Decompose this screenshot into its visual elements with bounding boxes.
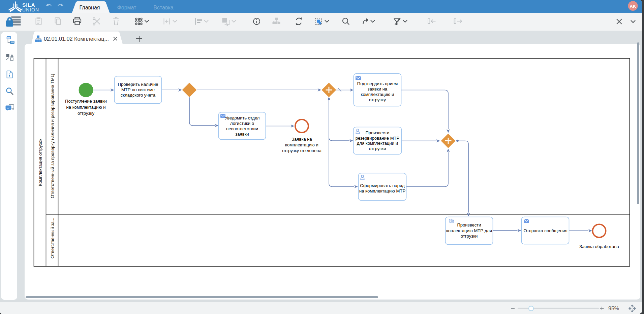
svg-text:AK: AK [630, 4, 636, 9]
svg-text:Комплектация отгрузок: Комплектация отгрузок [38, 139, 43, 186]
svg-text:заявки на: заявки на [368, 86, 388, 92]
svg-text:Уведомить отдел: Уведомить отдел [225, 115, 260, 120]
svg-text:на комплектацию и: на комплектацию и [66, 105, 106, 110]
svg-text:Заявка обработана: Заявка обработана [579, 244, 619, 249]
svg-text:для комплектации и: для комплектации и [357, 141, 398, 146]
svg-text:95%: 95% [608, 306, 619, 311]
svg-text:Ответственный за проверку нали: Ответственный за проверку наличия и резе… [50, 74, 55, 198]
svg-text:комплектацию и: комплектацию и [361, 92, 394, 97]
svg-text:несоответствии: несоответствии [226, 126, 258, 131]
svg-text:МТР по системе: МТР по системе [121, 87, 155, 92]
svg-text:Заявка на: Заявка на [292, 137, 312, 142]
svg-text:UNION: UNION [22, 7, 39, 12]
svg-text:Подтвердить прием: Подтвердить прием [357, 81, 398, 86]
svg-text:комплектацию и: комплектацию и [285, 142, 318, 147]
svg-text:Сформировать наряд: Сформировать наряд [360, 183, 405, 188]
svg-text:отгрузку: отгрузку [78, 111, 94, 116]
svg-text:Поступление заявки: Поступление заявки [65, 99, 107, 104]
svg-text:Проверить наличие: Проверить наличие [118, 82, 158, 87]
svg-text:Ответственный за...: Ответственный за... [50, 218, 55, 258]
svg-text:логистики о: логистики о [230, 121, 254, 126]
svg-text:отгрузку отклонена: отгрузку отклонена [282, 148, 321, 153]
svg-text:Формат: Формат [117, 5, 137, 10]
svg-text:02.01.01.02 Комплектац...: 02.01.01.02 Комплектац... [44, 36, 109, 42]
svg-text:Вставка: Вставка [153, 5, 174, 10]
svg-text:заявки: заявки [235, 132, 249, 137]
svg-text:Произвести: Произвести [365, 130, 389, 135]
svg-text:Отправка сообщения: Отправка сообщения [523, 228, 567, 233]
svg-text:отгрузки: отгрузки [369, 146, 386, 151]
svg-text:коплектацию МТР для: коплектацию МТР для [446, 228, 492, 233]
svg-text:Произвести: Произвести [457, 222, 481, 228]
svg-text:складского учета: складского учета [121, 93, 156, 98]
svg-text:резервирование МТР: резервирование МТР [356, 136, 400, 141]
svg-text:отгрузки: отгрузки [461, 234, 478, 239]
svg-text:Главная: Главная [80, 5, 100, 10]
svg-text:на комплектацию МТР: на комплектацию МТР [359, 188, 406, 194]
svg-text:отгрузку: отгрузку [369, 97, 386, 102]
